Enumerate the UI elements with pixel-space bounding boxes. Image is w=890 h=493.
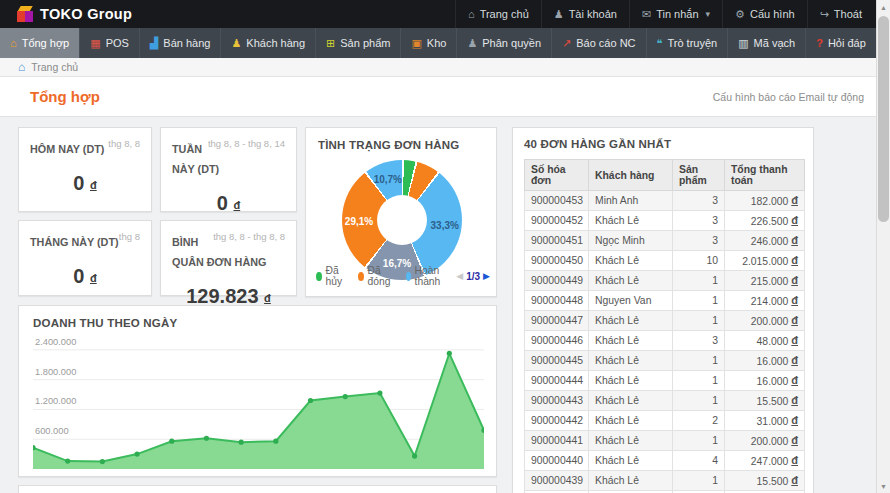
nav-tab-tro-truyen[interactable]: ❝Trò truyện xyxy=(647,28,729,58)
data-point xyxy=(204,436,209,441)
currency-symbol: đ xyxy=(791,294,798,306)
nav-tab-label: Bán hàng xyxy=(163,37,210,49)
order-total: 182.000 đ xyxy=(725,191,805,211)
order-status-panel: TÌNH TRẠNG ĐƠN HÀNG 33,3%16,7%29,1%10,7%… xyxy=(305,127,497,297)
legend-prev-icon[interactable]: ◀ xyxy=(456,271,463,281)
column-header-3[interactable]: Tổng thanh toán xyxy=(725,160,805,191)
currency-symbol: đ xyxy=(791,274,798,286)
column-header-1[interactable]: Khách hàng xyxy=(589,160,673,191)
currency-symbol: đ xyxy=(791,254,798,266)
legend-item-1[interactable]: Đã đóng xyxy=(358,265,394,287)
legend-item-0[interactable]: Đã hủy xyxy=(316,265,346,287)
y-axis-label: 1.200.000 xyxy=(35,396,76,406)
nav-tab-bao-cao-nc[interactable]: ↗Báo cáo NC xyxy=(552,28,647,58)
table-row[interactable]: 900000448Nguyen Van1214.000 đ xyxy=(525,291,805,311)
table-row[interactable]: 900000443Khách Lẻ115.500 đ xyxy=(525,391,805,411)
home-icon[interactable]: ⌂ xyxy=(18,60,25,74)
topbar-item-account[interactable]: ♟Tài khoản xyxy=(541,0,629,28)
table-row[interactable]: 900000453Minh Anh3182.000 đ xyxy=(525,191,805,211)
order-id: 900000453 xyxy=(525,191,589,211)
nav-tab-tong-hop[interactable]: ⌂Tổng hợp xyxy=(0,28,80,58)
table-row[interactable]: 900000451Ngọc Minh3246.000 đ xyxy=(525,231,805,251)
table-row[interactable]: 900000449Khách Lẻ1215.000 đ xyxy=(525,271,805,291)
table-row[interactable]: 900000450Khách Lẻ102.015.000 đ xyxy=(525,251,805,271)
currency-symbol: đ xyxy=(791,194,798,206)
nav-tab-pos[interactable]: ▦POS xyxy=(80,28,140,58)
stat-card-value: 0 đ xyxy=(172,192,285,215)
nav-tab-khach-hang[interactable]: ♟Khách hàng xyxy=(221,28,316,58)
order-id: 900000444 xyxy=(525,371,589,391)
data-point xyxy=(169,439,174,444)
stat-card-value: 0 đ xyxy=(30,265,140,288)
product-count: 1 xyxy=(673,311,725,331)
nav-tab-kho[interactable]: ▣Kho xyxy=(401,28,457,58)
stat-card-3: thg 8, 8 - thg 8, 8BÌNH QUÂN ĐƠN HÀNG129… xyxy=(160,220,297,296)
column-header-2[interactable]: Sản phẩm xyxy=(673,160,725,191)
topbar-item-logout[interactable]: ↪Thoát xyxy=(807,0,874,28)
table-row[interactable]: 900000447Khách Lẻ1200.000 đ xyxy=(525,311,805,331)
stat-card-head: thg 8, 8HÔM NAY (DT) xyxy=(30,138,140,158)
table-row[interactable]: 900000439Khách Lẻ115.500 đ xyxy=(525,471,805,491)
nav-tab-san-pham[interactable]: ⊞Sản phẩm xyxy=(316,28,401,58)
customer-name: Ngọc Minh xyxy=(589,231,673,251)
email-report-config-link[interactable]: Cấu hình báo cáo Email tự động xyxy=(713,91,864,103)
customer-name: Khách Lẻ xyxy=(589,331,673,351)
product-count: 1 xyxy=(673,431,725,451)
table-row[interactable]: 900000452Khách Lẻ3226.500 đ xyxy=(525,211,805,231)
vertical-scrollbar[interactable]: ▲ ▼ xyxy=(876,0,890,493)
column-header-0[interactable]: Số hóa đơn xyxy=(525,160,589,191)
daily-revenue-chart: 2.400.0001.800.0001.200.000600.000 xyxy=(33,335,484,469)
nav-tab-label: Báo cáo NC xyxy=(576,37,635,49)
legend-dot-icon xyxy=(406,272,411,281)
legend-next-icon[interactable]: ▶ xyxy=(483,271,490,281)
amount: 246.000 xyxy=(751,236,789,247)
legend-item-2[interactable]: Hoàn thành xyxy=(406,265,445,287)
order-total: 214.000 đ xyxy=(725,291,805,311)
stat-card-head: thg 8, 8 - thg 8, 8BÌNH QUÂN ĐƠN HÀNG xyxy=(172,231,285,271)
order-id: 900000446 xyxy=(525,331,589,351)
product-count: 4 xyxy=(673,451,725,471)
topbar-item-messages[interactable]: ✉Tin nhắn▾ xyxy=(629,0,722,28)
brand-logo[interactable]: TOKO Group xyxy=(0,0,132,28)
order-id: 900000452 xyxy=(525,211,589,231)
currency-symbol: đ xyxy=(264,292,271,304)
breadcrumb-home-link[interactable]: Trang chủ xyxy=(31,61,78,73)
stat-card-2: thg 8THÁNG NÀY (DT)0 đ xyxy=(18,220,152,296)
nav-tab-label: Hỏi đáp xyxy=(828,37,866,49)
nav-tab-hoi-dap[interactable]: ?Hỏi đáp xyxy=(806,28,877,58)
order-id: 900000451 xyxy=(525,231,589,251)
table-row[interactable]: 900000442Khách Lẻ231.000 đ xyxy=(525,411,805,431)
stat-card-amount: 0 xyxy=(217,192,228,214)
table-row[interactable]: 900000440Khách Lẻ4247.000 đ xyxy=(525,451,805,471)
legend-page-indicator: 1/3 xyxy=(466,271,480,282)
currency-symbol: đ xyxy=(791,234,798,246)
table-row[interactable]: 900000446Khách Lẻ348.000 đ xyxy=(525,331,805,351)
data-point xyxy=(134,452,139,457)
scrollbar-thumb[interactable] xyxy=(878,16,889,222)
legend-dot-icon xyxy=(316,272,322,281)
currency-symbol: đ xyxy=(233,199,240,211)
topbar-item-settings[interactable]: ⚙Cấu hình xyxy=(722,0,807,28)
stat-card-value: 0 đ xyxy=(30,172,140,195)
nav-tab-ma-vach[interactable]: ▥Mã vạch xyxy=(728,28,806,58)
scroll-down-icon[interactable]: ▼ xyxy=(877,479,890,493)
data-point xyxy=(343,394,348,399)
mail-icon: ✉ xyxy=(642,8,651,21)
order-id: 900000440 xyxy=(525,451,589,471)
order-total: 48.000 đ xyxy=(725,331,805,351)
table-row[interactable]: 900000445Khách Lẻ116.000 đ xyxy=(525,351,805,371)
product-count: 3 xyxy=(673,231,725,251)
currency-symbol: đ xyxy=(791,334,798,346)
topbar-item-home[interactable]: ⌂Trang chủ xyxy=(455,0,541,28)
orders-table-header: Số hóa đơnKhách hàngSản phẩmTổng thanh t… xyxy=(525,160,805,191)
scroll-up-icon[interactable]: ▲ xyxy=(877,0,890,14)
table-row[interactable]: 900000441Khách Lẻ1200.000 đ xyxy=(525,431,805,451)
table-row[interactable]: 900000444Khách Lẻ116.000 đ xyxy=(525,371,805,391)
topbar-item-label: Thoát xyxy=(834,8,862,20)
legend-label: Hoàn thành xyxy=(415,265,445,287)
nav-tab-ban-hang[interactable]: ▟Bán hàng xyxy=(140,28,222,58)
order-total: 200.000 đ xyxy=(725,311,805,331)
recent-orders-title: 40 ĐƠN HÀNG GẦN NHẤT xyxy=(524,138,802,150)
nav-tab-phan-quyen[interactable]: ♟Phân quyền xyxy=(457,28,552,58)
amount: 15.500 xyxy=(757,396,789,407)
